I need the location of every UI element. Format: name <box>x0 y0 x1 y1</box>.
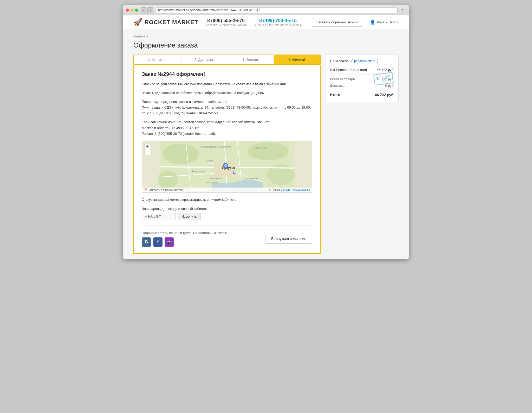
zoom-out-button[interactable]: − <box>145 149 150 155</box>
page-content: Корзина > Оформление заказа 1. Контакты … <box>123 29 409 259</box>
breadcrumb: Корзина > <box>133 35 399 38</box>
step-2[interactable]: 2. Доставка <box>180 55 227 64</box>
edit-order-link[interactable]: редактировать <box>354 59 375 63</box>
phone-number-1[interactable]: 8 (800) 555-26-70 <box>207 18 245 23</box>
order-text-5: Если вам нужно изменить состав заказа, с… <box>142 119 312 136</box>
page-title: Оформление заказа <box>133 41 399 49</box>
password-input[interactable] <box>142 213 176 220</box>
close-dot[interactable] <box>126 9 129 12</box>
rocket-icon: 🚀 <box>133 18 142 26</box>
browser-toolbar: ‹ › http://rocket-market.ru/personal/ord… <box>123 5 409 15</box>
social-section: Подписывайтесь на наши группы в социальн… <box>142 231 227 247</box>
instagram-icon[interactable]: 📷 <box>165 237 174 247</box>
user-icon: 👤 <box>370 20 375 25</box>
order-text-3: После подтверждения заказа вы сможете за… <box>142 99 312 116</box>
item-name: DJI Phantom 3 Standard <box>330 68 367 72</box>
svg-text:Молодёжный: Молодёжный <box>242 177 258 179</box>
summary-item: DJI Phantom 3 Standard 46 722 руб. <box>330 66 394 74</box>
site-header: 🚀 ROCKET MARKET 8 (800) 555-26-70 Беспла… <box>123 15 409 29</box>
order-text-1: Спасибо за ваш заказ! Мы его уже получил… <box>142 81 312 87</box>
svg-point-3 <box>267 164 295 185</box>
delivery-label: Доставка <box>330 84 345 88</box>
summary-title: Ваш заказ (редактировать) <box>330 59 394 63</box>
delivery-value: 0 руб. <box>385 84 394 88</box>
logo-text: ROCKET MARKET <box>145 19 198 26</box>
content-area: 1. Контакты 2. Доставка 3. Оплата 4. Фин… <box>133 55 321 254</box>
password-label: Ваш пароль для входа в личный кабинет: <box>142 207 312 211</box>
phone-note-2: С 9:00 до 21:00 (МСК) без выходных <box>254 23 302 26</box>
svg-point-22 <box>225 165 226 166</box>
step-3[interactable]: 3. Оплата <box>227 55 274 64</box>
total-value: 46 722 руб. <box>375 93 394 97</box>
map-svg: Лышееланское поселение Хомутово Мегет Ма… <box>142 141 312 192</box>
social-footer: Подписывайтесь на наши группы в социальн… <box>142 225 312 247</box>
logout-link[interactable]: Выйти <box>389 20 399 24</box>
reload-button[interactable]: ↻ <box>400 7 406 13</box>
forward-nav-button[interactable]: › <box>147 7 153 13</box>
phone-note-1: Бесплатный звонок по России <box>206 23 246 26</box>
total-row: Итого 46 722 руб. <box>330 91 394 98</box>
logo[interactable]: 🚀 ROCKET MARKET <box>133 18 198 26</box>
user-area: 👤 Вася / Выйти <box>370 20 399 25</box>
step-1[interactable]: 1. Контакты <box>134 55 180 64</box>
main-layout: 1. Контакты 2. Доставка 3. Оплата 4. Фин… <box>133 55 399 254</box>
change-password-button[interactable]: Изменить <box>178 213 201 220</box>
order-text-2: Заказы, сделанные в нерабочее время, обр… <box>142 90 312 96</box>
phone-block-2: 8 (499) 703-45-15 С 9:00 до 21:00 (МСК) … <box>254 18 302 26</box>
breadcrumb-link[interactable]: Корзина > <box>133 35 148 38</box>
step-4-active[interactable]: 4. Финиш! <box>274 55 320 64</box>
user-name: Вася <box>377 20 384 24</box>
back-nav-button[interactable]: ‹ <box>141 7 146 13</box>
maximize-dot[interactable] <box>135 9 138 12</box>
vk-icon[interactable]: В <box>142 237 151 247</box>
callback-button[interactable]: Заказать обратный звонок <box>312 18 362 26</box>
order-title: Заказ №2944 оформлен! <box>142 71 312 77</box>
svg-text:Баклаши: Баклаши <box>206 181 217 184</box>
yandex-copyright: © Яндекс Условия использования <box>269 188 310 192</box>
svg-text:Мегет: Мегет <box>206 159 213 162</box>
item-price: 46 722 руб. <box>377 68 394 72</box>
browser-window: ‹ › http://rocket-market.ru/personal/ord… <box>123 5 409 259</box>
order-box: Заказ №2944 оформлен! Спасибо за ваш зак… <box>133 65 321 254</box>
password-section: Ваш пароль для входа в личный кабинет: И… <box>142 207 312 220</box>
svg-text:Мамоново: Мамоново <box>192 170 205 172</box>
social-label: Подписывайтесь на наши группы в социальн… <box>142 231 227 235</box>
svg-point-2 <box>248 142 289 160</box>
map-controls: + − <box>145 144 150 155</box>
social-icons: В f 📷 <box>142 237 227 247</box>
map-footer: 📍 Открыть в Яндекс.Картах © Яндекс Услов… <box>142 188 312 192</box>
svg-text:Лышееланское поселение: Лышееланское поселение <box>200 145 231 148</box>
phone-number-2[interactable]: 8 (499) 703-45-15 <box>259 18 297 23</box>
status-text: Статус заказа вы можете просматривать в … <box>142 197 312 203</box>
svg-point-1 <box>163 144 199 164</box>
order-summary: Ваш заказ (редактировать) DJI Phantom 3 … <box>326 55 399 102</box>
facebook-icon[interactable]: f <box>153 237 163 247</box>
open-map-link[interactable]: 📍 Открыть в Яндекс.Картах <box>144 188 183 192</box>
yandex-terms-link[interactable]: Условия использования <box>281 188 310 191</box>
address-bar[interactable]: http://rocket-market.ru/personal/order/m… <box>156 7 398 13</box>
total-label: Итого <box>330 93 340 97</box>
browser-nav: ‹ › <box>141 7 153 13</box>
back-to-shop-button[interactable]: Вернуться в магазин <box>265 234 312 244</box>
svg-point-4 <box>158 171 178 189</box>
phone-block-1: 8 (800) 555-26-70 Бесплатный звонок по Р… <box>206 18 246 26</box>
minimize-dot[interactable] <box>131 9 134 12</box>
password-row: Изменить <box>142 213 312 220</box>
yandex-maps-link[interactable]: Открыть в Яндекс.Картах <box>149 188 183 191</box>
separator: / <box>386 20 387 24</box>
zoom-in-button[interactable]: + <box>145 144 150 149</box>
svg-text:Шелехов: Шелехов <box>210 177 221 179</box>
steps-bar: 1. Контакты 2. Доставка 3. Оплата 4. Фин… <box>133 55 321 65</box>
subtotal-label: Всего за товары <box>330 77 355 81</box>
svg-text:Хомутово: Хомутово <box>255 146 267 149</box>
window-controls <box>126 9 138 12</box>
map-container[interactable]: Лышееланское поселение Хомутово Мегет Ма… <box>142 141 312 193</box>
sidebar-area: Ваш заказ (редактировать) DJI Phantom 3 … <box>326 55 399 102</box>
